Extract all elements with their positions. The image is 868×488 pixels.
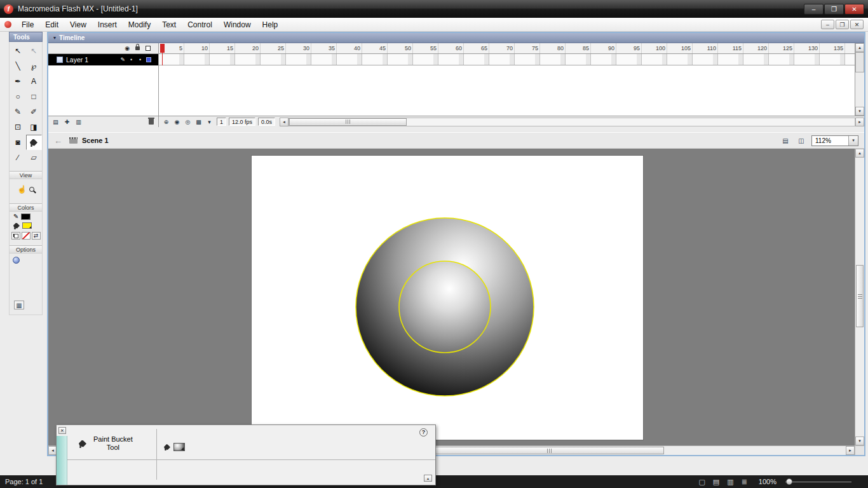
work-area[interactable]: ▴ ▾ ◂ ▸ <box>48 149 864 455</box>
stage-scroll-up-button[interactable]: ▴ <box>855 149 864 158</box>
line-tool[interactable]: ╲ <box>10 58 26 74</box>
modify-onion-markers-button[interactable]: ▾ <box>205 118 214 126</box>
collapse-arrow-icon[interactable]: ▾ <box>53 35 56 41</box>
edit-scene-button[interactable]: ▤ <box>780 136 791 146</box>
panel-expander-button[interactable]: ▴ <box>424 475 432 482</box>
edit-multiple-frames-button[interactable]: ▩ <box>194 118 203 126</box>
frame-area[interactable]: 5101520253035404550556065707580859095100… <box>159 43 855 116</box>
pen-tool[interactable]: ✒ <box>10 74 26 89</box>
lock-icon[interactable] <box>135 46 140 50</box>
stroke-color-swatch[interactable] <box>21 214 31 220</box>
scroll-left-button[interactable]: ◂ <box>280 118 288 126</box>
timeline-hscroll-track[interactable] <box>288 118 855 126</box>
page-continuous-icon[interactable]: ▥ <box>727 478 733 486</box>
zoom-dropdown-arrow[interactable]: ▾ <box>848 136 858 146</box>
edit-symbols-button[interactable]: ◫ <box>796 136 807 146</box>
insert-layer-folder-button[interactable]: ▥ <box>74 118 83 126</box>
back-button[interactable]: ← <box>54 136 62 146</box>
scroll-right-button[interactable]: ▸ <box>855 118 864 126</box>
hand-tool[interactable]: ☝ <box>17 182 27 197</box>
eraser-tool[interactable]: ▱ <box>26 150 42 165</box>
timeline-vscroll-thumb[interactable] <box>855 52 864 72</box>
pencil-tool[interactable]: ✎ <box>10 104 26 119</box>
text-tool[interactable]: A <box>26 74 42 89</box>
drawing-sphere[interactable] <box>252 156 643 440</box>
free-transform-tool[interactable]: ⊡ <box>10 119 26 135</box>
layer-row[interactable]: Layer 1 ✎ • • <box>48 54 158 65</box>
help-button[interactable]: ? <box>419 428 428 437</box>
timeline-hscroll-thumb[interactable] <box>289 118 407 126</box>
stage-vscroll-thumb[interactable] <box>856 265 864 327</box>
outline-icon[interactable] <box>146 46 151 51</box>
menu-help[interactable]: Help <box>257 18 284 31</box>
fill-transform-tool[interactable]: ◨ <box>26 119 42 135</box>
scroll-up-button[interactable]: ▴ <box>855 43 864 52</box>
zoom-value[interactable]: 112% <box>812 137 848 144</box>
mdi-close-button[interactable]: ✕ <box>850 20 864 29</box>
timeline-vertical-scrollbar[interactable]: ▴ ▾ <box>855 43 864 116</box>
timeline-header[interactable]: ▾ Timeline <box>48 33 864 43</box>
lasso-tool[interactable]: ℘ <box>26 58 42 74</box>
layer-frames-row[interactable] <box>159 54 855 65</box>
zoom-combobox[interactable]: 112% ▾ <box>811 135 858 146</box>
frame-ruler[interactable]: 5101520253035404550556065707580859095100… <box>159 43 855 54</box>
menu-edit[interactable]: Edit <box>39 18 64 31</box>
frame-rate-indicator[interactable]: 12.0 fps <box>229 118 255 126</box>
scroll-down-button[interactable]: ▾ <box>855 107 864 116</box>
menu-modify[interactable]: Modify <box>123 18 156 31</box>
rectangle-tool[interactable]: □ <box>26 89 42 104</box>
center-frame-button[interactable]: ⊕ <box>161 118 171 126</box>
tools-panel-header[interactable]: Tools <box>9 32 43 42</box>
menu-view[interactable]: View <box>64 18 92 31</box>
zoom-slider-track[interactable] <box>785 482 851 482</box>
fill-color-swatch[interactable] <box>22 222 32 229</box>
layer-name[interactable]: Layer 1 <box>66 56 88 64</box>
layer-lock-dot[interactable]: • <box>137 57 143 63</box>
brush-tool[interactable]: ✐ <box>26 104 42 119</box>
layer-visible-dot[interactable]: • <box>128 57 134 63</box>
minimize-button[interactable]: – <box>804 4 824 15</box>
page-single-icon[interactable]: ▢ <box>698 478 705 486</box>
timeline-horizontal-scrollbar[interactable]: ◂ ▸ <box>280 116 864 127</box>
insert-layer-button[interactable]: ▤ <box>51 118 60 126</box>
lock-fill-button[interactable]: ▦ <box>14 301 24 309</box>
eyedropper-tool[interactable]: ∕ <box>10 150 26 165</box>
subselection-tool[interactable]: ↖ <box>26 43 42 58</box>
page-thumbnails-icon[interactable]: ≣ <box>742 478 747 486</box>
ink-bottle-tool[interactable]: ◙ <box>10 135 26 150</box>
zoom-tool[interactable] <box>29 182 34 197</box>
gap-size-button[interactable] <box>13 257 20 265</box>
close-button[interactable]: ✕ <box>844 4 864 15</box>
menu-text[interactable]: Text <box>156 18 182 31</box>
stage-scroll-down-button[interactable]: ▾ <box>855 437 864 445</box>
menu-window[interactable]: Window <box>218 18 257 31</box>
menu-control[interactable]: Control <box>182 18 218 31</box>
no-color-button[interactable] <box>22 232 31 240</box>
menu-insert[interactable]: Insert <box>92 18 123 31</box>
stage-hscroll-thumb[interactable] <box>435 447 664 454</box>
default-colors-button[interactable] <box>11 232 20 240</box>
stage-canvas[interactable] <box>252 156 643 440</box>
delete-layer-icon[interactable] <box>149 119 154 125</box>
mdi-restore-button[interactable]: ❐ <box>836 20 849 29</box>
stage-scroll-right-button[interactable]: ▸ <box>846 446 855 455</box>
add-motion-guide-button[interactable]: ✚ <box>62 118 72 126</box>
swap-colors-button[interactable]: ⇄ <box>32 232 41 240</box>
layer-outline-color[interactable] <box>146 57 151 62</box>
page-facing-icon[interactable]: ▤ <box>713 478 719 486</box>
onion-skin-outlines-button[interactable]: ◎ <box>183 118 193 126</box>
show-hide-icon[interactable]: ◉ <box>125 45 130 51</box>
onion-skin-button[interactable]: ◉ <box>172 118 182 126</box>
mdi-minimize-button[interactable]: – <box>821 20 834 29</box>
panel-close-button[interactable]: ✕ <box>58 427 66 434</box>
gradient-fill-swatch[interactable] <box>173 443 185 451</box>
menu-file[interactable]: File <box>16 18 39 31</box>
playhead[interactable] <box>160 44 165 53</box>
maximize-button[interactable]: ❐ <box>824 4 844 15</box>
stage-vertical-scrollbar[interactable]: ▴ ▾ <box>855 149 864 445</box>
arrow-tool[interactable]: ↖ <box>10 43 26 58</box>
paint-bucket-tool[interactable] <box>26 135 42 150</box>
zoom-slider-knob[interactable] <box>786 478 792 485</box>
oval-tool[interactable]: ○ <box>10 89 26 104</box>
zoom-slider[interactable] <box>785 475 851 488</box>
